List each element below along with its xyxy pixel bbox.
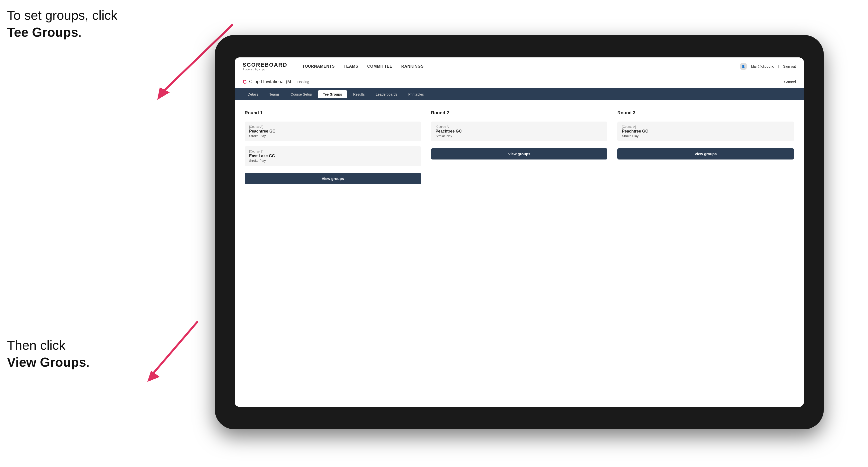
nav-teams[interactable]: TEAMS [344,64,359,69]
tablet-screen: SCOREBOARD Powered by clippit TOURNAMENT… [235,57,804,407]
round-1-column: Round 1 [Course A] Peachtree GC Stroke P… [245,110,421,184]
main-content: Round 1 [Course A] Peachtree GC Stroke P… [235,100,804,407]
round-2-course-a-name: Peachtree GC [436,129,603,133]
round-1-course-b-name: East Lake GC [249,154,417,158]
bottom-arrow [137,319,207,384]
round-3-course-a-card: [Course A] Peachtree GC Stroke Play [617,122,794,141]
cancel-button[interactable]: Cancel [784,80,796,84]
top-nav: SCOREBOARD Powered by clippit TOURNAMENT… [235,57,804,75]
round-3-course-a-format: Stroke Play [622,134,789,138]
round-1-course-a-label: [Course A] [249,125,417,129]
tab-tee-groups[interactable]: Tee Groups [318,90,347,98]
nav-committee[interactable]: COMMITTEE [367,64,393,69]
nav-tournaments[interactable]: TOURNAMENTS [302,64,335,69]
sign-out-link[interactable]: Sign out [783,64,796,68]
round-2-view-groups-button[interactable]: View groups [431,148,608,159]
round-2-course-a-format: Stroke Play [436,134,603,138]
round-1-course-b-format: Stroke Play [249,159,417,162]
round-3-column: Round 3 [Course A] Peachtree GC Stroke P… [617,110,794,184]
tab-teams[interactable]: Teams [265,90,285,98]
svg-line-2 [152,322,197,374]
round-3-course-a-label: [Course A] [622,125,789,129]
logo-sub: Powered by clippit [243,68,287,71]
tab-leaderboards[interactable]: Leaderboards [371,90,402,98]
nav-rankings[interactable]: RANKINGS [401,64,424,69]
round-2-course-a-card: [Course A] Peachtree GC Stroke Play [431,122,608,141]
tournament-name: Clippd Invitational (M... [249,79,295,84]
instruction-top: To set groups, click Tee Groups. [7,7,117,41]
round-1-view-groups-button[interactable]: View groups [245,173,421,184]
tournament-title: C Clippd Invitational (M... Hosting [243,79,309,85]
hosting-badge: Hosting [297,80,309,84]
user-avatar: 👤 [740,63,747,70]
round-2-column: Round 2 [Course A] Peachtree GC Stroke P… [431,110,608,184]
round-2-title: Round 2 [431,110,608,116]
logo-area: SCOREBOARD Powered by clippit [243,62,287,71]
tablet-device: SCOREBOARD Powered by clippit TOURNAMENT… [215,35,824,429]
round-1-course-a-name: Peachtree GC [249,129,417,133]
tab-printables[interactable]: Printables [403,90,429,98]
round-3-view-groups-button[interactable]: View groups [617,148,794,159]
svg-marker-1 [157,87,170,100]
round-1-course-b-label: [Course B] [249,150,417,153]
logo-text: SCOREBOARD [243,62,287,68]
rounds-grid: Round 1 [Course A] Peachtree GC Stroke P… [245,110,794,184]
round-1-course-a-format: Stroke Play [249,134,417,138]
nav-right: 👤 blair@clippd.io | Sign out [740,63,796,70]
tab-bar: Details Teams Course Setup Tee Groups Re… [235,88,804,100]
tab-results[interactable]: Results [348,90,370,98]
nav-links: TOURNAMENTS TEAMS COMMITTEE RANKINGS [302,64,730,69]
tournament-bar: C Clippd Invitational (M... Hosting Canc… [235,75,804,88]
round-2-course-a-label: [Course A] [436,125,603,129]
round-3-title: Round 3 [617,110,794,116]
user-email: blair@clippd.io [751,64,774,68]
tab-course-setup[interactable]: Course Setup [286,90,317,98]
round-1-course-a-card: [Course A] Peachtree GC Stroke Play [245,122,421,141]
round-1-title: Round 1 [245,110,421,116]
round-1-course-b-card: [Course B] East Lake GC Stroke Play [245,146,421,166]
round-3-course-a-name: Peachtree GC [622,129,789,133]
tab-details[interactable]: Details [243,90,264,98]
instruction-bottom: Then click View Groups. [7,337,90,371]
